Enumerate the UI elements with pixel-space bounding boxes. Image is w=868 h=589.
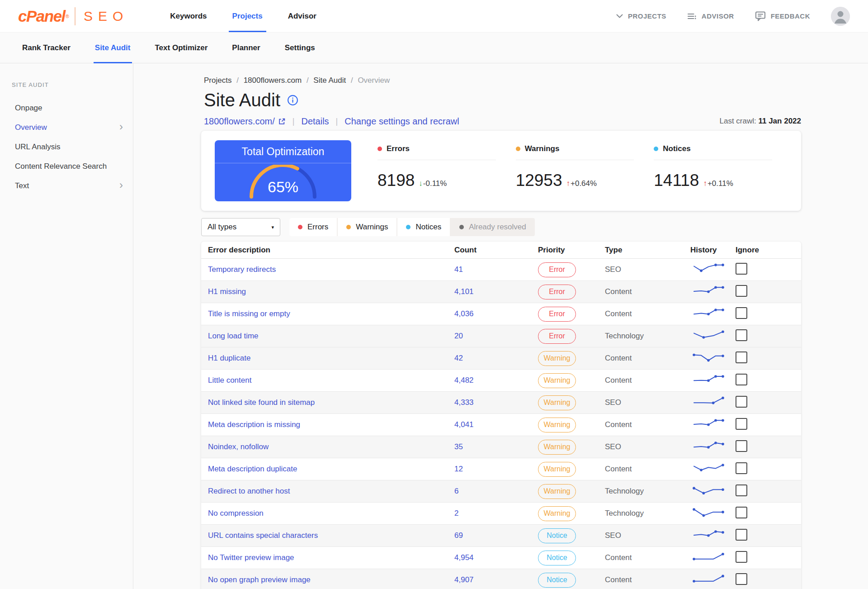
issue-link[interactable]: Temporary redirects [208, 265, 276, 274]
issues-table-header: Error description Count Priority Type Hi… [201, 242, 801, 259]
issue-cell: No open graph preview image [208, 575, 454, 584]
issues-table-rows: Temporary redirects41ErrorSEOH1 missing4… [201, 259, 801, 589]
count-cell: 4,954 [454, 553, 538, 562]
ignore-checkbox[interactable] [736, 285, 747, 297]
ignore-checkbox[interactable] [736, 440, 747, 452]
count-link[interactable]: 35 [454, 442, 463, 451]
sidebar-item-text[interactable]: Text› [0, 176, 133, 195]
errors-dot-icon [298, 225, 302, 229]
table-row: H1 duplicate42WarningContent [201, 347, 801, 370]
advisor-button[interactable]: ADVISOR [687, 12, 734, 21]
feedback-button[interactable]: FEEDBACK [755, 11, 810, 21]
type-filter-select[interactable]: All types ▾ [201, 218, 280, 236]
nav-advisor[interactable]: Advisor [275, 0, 329, 32]
sidebar-item-onpage[interactable]: Onpage [0, 98, 133, 118]
ignore-checkbox[interactable] [736, 374, 747, 385]
table-row: Title is missing or empty4,036ErrorConte… [201, 303, 801, 325]
issue-cell: H1 missing [208, 287, 454, 296]
info-icon[interactable] [287, 95, 298, 106]
nav-keywords[interactable]: Keywords [157, 0, 219, 32]
priority-badge: Notice [538, 528, 576, 543]
ignore-checkbox[interactable] [736, 307, 747, 319]
tab-planner[interactable]: Planner [220, 33, 272, 63]
issue-link[interactable]: Noindex, nofollow [208, 442, 269, 451]
type-cell: Content [605, 575, 690, 584]
issue-link[interactable]: Meta description is missing [208, 420, 300, 429]
ignore-checkbox[interactable] [736, 263, 747, 275]
issue-link[interactable]: Meta description duplicate [208, 465, 297, 473]
link-separator: | [292, 117, 295, 126]
chip-already-resolved[interactable]: Already resolved [451, 218, 535, 236]
issue-link[interactable]: Title is missing or empty [208, 309, 290, 318]
history-sparkline [690, 483, 726, 498]
breadcrumb-projects[interactable]: Projects [204, 76, 231, 85]
tab-planner-label: Planner [232, 43, 260, 52]
count-link[interactable]: 69 [454, 531, 463, 540]
nav-projects[interactable]: Projects [220, 0, 275, 32]
sidebar-item-url-analysis-label: URL Analysis [15, 142, 60, 152]
issue-link[interactable]: No Twitter preview image [208, 553, 294, 562]
count-link[interactable]: 41 [454, 265, 463, 274]
issue-link[interactable]: Redirect to another host [208, 487, 290, 495]
chip-notices[interactable]: Notices [397, 218, 450, 236]
count-link[interactable]: 20 [454, 332, 463, 340]
count-link[interactable]: 4,036 [454, 309, 474, 318]
user-avatar[interactable] [831, 7, 850, 26]
ignore-checkbox[interactable] [736, 529, 747, 541]
ignore-checkbox[interactable] [736, 418, 747, 430]
chip-warnings[interactable]: Warnings [338, 218, 396, 236]
count-link[interactable]: 4,333 [454, 398, 474, 407]
issue-link[interactable]: Long load time [208, 332, 259, 340]
ignore-checkbox[interactable] [736, 551, 747, 563]
ignore-checkbox[interactable] [736, 484, 747, 496]
tab-site-audit[interactable]: Site Audit [83, 33, 143, 63]
ignore-checkbox[interactable] [736, 573, 747, 585]
change-settings-recrawl-link[interactable]: Change settings and recrawl [344, 116, 459, 127]
count-link[interactable]: 12 [454, 465, 463, 473]
issue-link[interactable]: No open graph preview image [208, 575, 311, 584]
table-row: Redirect to another host6WarningTechnolo… [201, 480, 801, 503]
history-sparkline [690, 461, 726, 476]
count-link[interactable]: 6 [454, 487, 458, 495]
type-cell: Technology [605, 509, 690, 518]
sidebar-item-overview[interactable]: Overview› [0, 118, 133, 137]
breadcrumb-site-audit[interactable]: Site Audit [313, 76, 346, 85]
issue-link[interactable]: Little content [208, 376, 251, 385]
issue-link[interactable]: H1 duplicate [208, 354, 251, 362]
issue-link[interactable]: Not linked site found in sitemap [208, 398, 315, 407]
projects-dropdown[interactable]: PROJECTS [616, 12, 666, 20]
tab-rank-tracker[interactable]: Rank Tracker [10, 33, 83, 63]
count-link[interactable]: 4,954 [454, 553, 474, 562]
domain-link[interactable]: 1800flowers.com/ [204, 116, 286, 127]
ignore-checkbox[interactable] [736, 329, 747, 341]
tab-text-optimizer[interactable]: Text Optimizer [143, 33, 220, 63]
sidebar-item-url-analysis[interactable]: URL Analysis [0, 137, 133, 157]
projects-dropdown-label: PROJECTS [628, 12, 666, 20]
count-link[interactable]: 4,907 [454, 575, 474, 584]
issue-link[interactable]: URL contains special characters [208, 531, 318, 540]
ignore-checkbox[interactable] [736, 352, 747, 363]
issue-link[interactable]: H1 missing [208, 287, 246, 296]
table-row: Not linked site found in sitemap4,333War… [201, 392, 801, 414]
chip-errors[interactable]: Errors [289, 218, 337, 236]
issue-cell: Temporary redirects [208, 265, 454, 274]
priority-cell: Warning [538, 506, 605, 521]
count-link[interactable]: 4,041 [454, 420, 474, 429]
ignore-checkbox[interactable] [736, 396, 747, 408]
breadcrumb-project-domain[interactable]: 1800flowers.com [244, 76, 302, 85]
sidebar-item-onpage-label: Onpage [15, 104, 42, 113]
history-cell [690, 527, 736, 544]
count-link[interactable]: 2 [454, 509, 458, 518]
issue-cell: No Twitter preview image [208, 553, 454, 562]
count-link[interactable]: 4,482 [454, 376, 474, 385]
count-link[interactable]: 4,101 [454, 287, 474, 296]
external-link-icon [278, 118, 286, 125]
sidebar-item-content-relevance-search[interactable]: Content Relevance Search [0, 157, 133, 176]
count-link[interactable]: 42 [454, 354, 463, 362]
ignore-checkbox[interactable] [736, 507, 747, 518]
ignore-checkbox[interactable] [736, 462, 747, 474]
details-link[interactable]: Details [301, 116, 329, 127]
history-sparkline [690, 416, 726, 432]
issue-link[interactable]: No compression [208, 509, 264, 518]
tab-settings[interactable]: Settings [273, 33, 327, 63]
